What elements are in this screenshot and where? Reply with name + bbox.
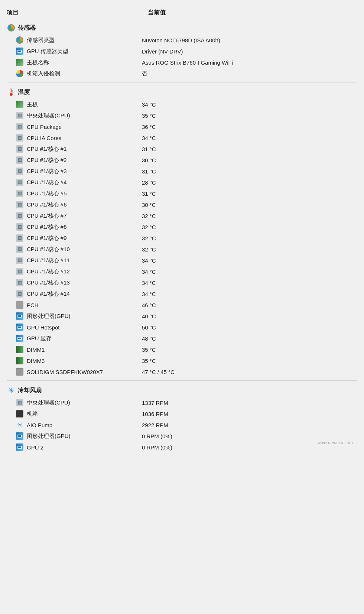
row-name-label: 图形处理器(GPU) [27, 313, 142, 320]
svg-rect-3 [11, 89, 12, 92]
row-name-label: CPU #1/核心 #5 [27, 190, 142, 197]
row-name-label: 中央处理器(CPU) [27, 399, 142, 406]
row-name-label: CPU #1/核心 #7 [27, 212, 142, 220]
cpu-icon [16, 223, 23, 231]
svg-rect-52 [19, 270, 21, 273]
table-row: CPU #1/核心 #331 °C [4, 166, 360, 177]
table-row: CPU #1/核心 #932 °C [4, 233, 360, 244]
table-row: CPU #1/核心 #1334 °C [4, 277, 360, 288]
table-row: CPU Package36 °C [4, 121, 360, 132]
svg-rect-58 [19, 293, 21, 295]
row-value: 32 °C [142, 224, 156, 230]
table-row: ✳AIO Pump2922 RPM [4, 419, 360, 431]
table-row: 机箱入侵检测否 [4, 68, 360, 79]
section-header-sensors: 传感器 [4, 22, 360, 34]
cpu-icon [16, 257, 23, 264]
row-value: 36 °C [142, 124, 156, 130]
svg-rect-34 [19, 204, 21, 206]
table-row: CPU #1/核心 #1234 °C [4, 266, 360, 277]
table-row: 主板名称Asus ROG Strix B760-I Gaming WiFi [4, 57, 360, 68]
svg-rect-19 [19, 148, 21, 150]
section-divider [7, 82, 357, 82]
table-row: CPU #1/核心 #1134 °C [4, 255, 360, 266]
svg-rect-62 [18, 327, 21, 328]
svg-rect-6 [12, 91, 13, 92]
gpu-icon [16, 335, 23, 342]
table-row: CPU #1/核心 #230 °C [4, 155, 360, 166]
svg-rect-1 [18, 51, 21, 52]
motherboard-icon [16, 59, 23, 66]
row-value: 30 °C [142, 202, 156, 208]
row-name-label: CPU IA Cores [27, 135, 142, 141]
cpu-icon [16, 268, 23, 275]
dimm-icon [16, 357, 23, 364]
cpu-icon [16, 156, 23, 164]
row-value: 46 °C [142, 302, 156, 308]
cpu-icon [16, 201, 23, 208]
row-value: 2922 RPM [142, 422, 168, 428]
row-name-label: CPU #1/核心 #8 [27, 224, 142, 231]
cpu-icon [16, 399, 23, 406]
row-value: 1036 RPM [142, 411, 168, 417]
gpu-icon [16, 432, 23, 440]
section-label-sensors: 传感器 [18, 24, 36, 32]
table-row: GPU 显存48 °C [4, 333, 360, 344]
cpu-icon [16, 246, 23, 253]
table-row: GPU 传感器类型Driver (NV-DRV) [4, 46, 360, 57]
row-value: 47 °C / 45 °C [142, 369, 175, 375]
row-name-label: GPU Hotspot [27, 324, 142, 331]
row-name-label: DIMM1 [27, 347, 142, 353]
svg-rect-5 [12, 90, 13, 91]
row-value: 否 [142, 70, 147, 77]
section-divider [7, 380, 357, 381]
table-row: CPU #1/核心 #428 °C [4, 177, 360, 188]
svg-rect-13 [19, 126, 21, 128]
row-name-label: 传感器类型 [27, 37, 142, 44]
svg-rect-37 [19, 215, 21, 217]
svg-rect-40 [19, 226, 21, 228]
row-value: 0 RPM (0%) [142, 433, 172, 439]
cpu-icon [16, 279, 23, 286]
row-value: 34 °C [142, 280, 156, 286]
section-label-fan: 冷却风扇 [18, 387, 42, 394]
row-name-label: 图形处理器(GPU) [27, 433, 142, 440]
table-row: CPU #1/核心 #1434 °C [4, 288, 360, 299]
row-value: 28 °C [142, 179, 156, 186]
gpu-icon [16, 312, 23, 320]
row-name-label: CPU #1/核心 #11 [27, 257, 142, 264]
svg-rect-25 [19, 170, 21, 172]
svg-rect-31 [19, 192, 21, 195]
row-value: 40 °C [142, 313, 156, 319]
header-name-col: 项目 [7, 9, 148, 17]
svg-rect-71 [18, 446, 21, 448]
row-value: 50 °C [142, 324, 156, 331]
watermark: www.chiphell.com [318, 440, 353, 445]
row-value: 32 °C [142, 246, 156, 253]
fan-icon: ✳ [16, 421, 23, 429]
table-header: 项目 当前值 [4, 7, 360, 18]
row-name-label: CPU #1/核心 #1 [27, 146, 142, 153]
table-row: GPU 20 RPM (0%) [4, 442, 360, 453]
section-fan-icon: ✳ [7, 386, 16, 395]
row-value: 48 °C [142, 335, 156, 342]
row-name-label: SOLIDIGM SSDPFKKW020X7 [27, 369, 142, 375]
row-name-label: CPU #1/核心 #6 [27, 201, 142, 208]
row-value: 34 °C [142, 101, 156, 108]
row-name-label: 主板名称 [27, 59, 142, 66]
row-value: 34 °C [142, 269, 156, 275]
row-value: 32 °C [142, 235, 156, 241]
pch-icon [16, 301, 23, 309]
svg-rect-46 [19, 248, 21, 250]
cpu-icon [16, 112, 23, 119]
table-row: 中央处理器(CPU)1337 RPM [4, 397, 360, 408]
row-value: 34 °C [142, 257, 156, 264]
row-value: 31 °C [142, 168, 156, 175]
svg-rect-7 [12, 92, 13, 93]
table-row: 机箱1036 RPM [4, 408, 360, 419]
table-row: 图形处理器(GPU)40 °C [4, 311, 360, 322]
table-row: 主板34 °C [4, 99, 360, 110]
cpu-icon [16, 234, 23, 242]
section-header-temperature: 温度 [4, 86, 360, 98]
row-name-label: CPU Package [27, 124, 142, 130]
ssd-icon [16, 368, 23, 376]
